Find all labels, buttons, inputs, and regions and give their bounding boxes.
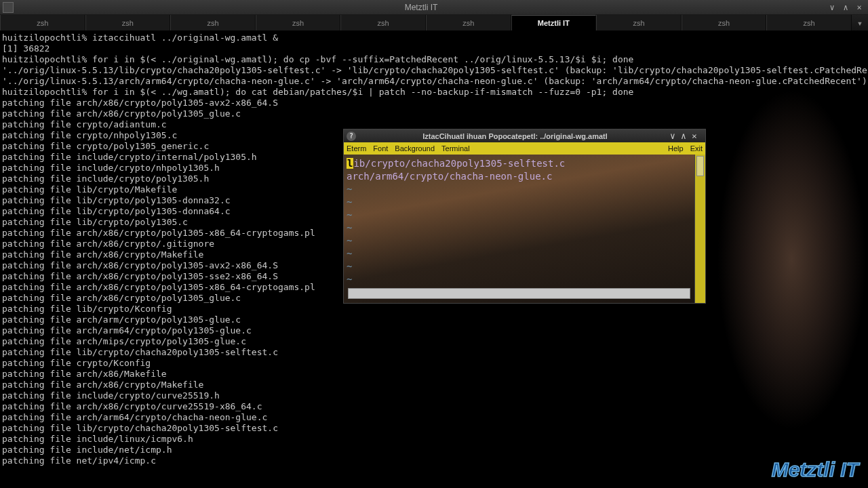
scrollbar-thumb[interactable] [696, 156, 704, 176]
terminal-line: patching file arch/x86/Makefile [2, 369, 868, 380]
terminal-line: patching file arch/x86/crypto/poly1305_g… [2, 108, 868, 119]
eterm-close-button[interactable]: × [692, 131, 703, 141]
tab-4[interactable]: zsh [340, 15, 426, 30]
eterm-scrollbar[interactable] [694, 155, 705, 303]
eterm-menubar: Eterm Font Background Terminal Help Exit [344, 142, 705, 155]
terminal-line: patching file lib/crypto/chacha20poly130… [2, 423, 868, 434]
terminal-line: patching file crypto/Kconfig [2, 358, 868, 369]
eterm-tilde: ~ [347, 235, 352, 246]
tab-6[interactable]: Metztli IT [511, 15, 597, 30]
terminal-line: huitzilopochtli% iztaccihuatl ../origina… [2, 33, 868, 43]
terminal-line: patching file arch/x86/crypto/poly1305-a… [2, 98, 868, 108]
tab-strip: zshzshzshzshzshzshMetztli ITzshzshzsh▾ [0, 15, 868, 31]
terminal-line: huitzilopochtli% for i in $(< ../origina… [2, 54, 868, 65]
tab-9[interactable]: zsh [766, 15, 852, 30]
terminal-line: [1] 36822 [2, 43, 868, 54]
window-title: Metztli IT [18, 3, 825, 12]
tab-add-button[interactable]: ▾ [852, 15, 868, 30]
eterm-content[interactable]: lib/crypto/chacha20poly1305-selftest.c a… [344, 155, 694, 303]
eterm-minimize-button[interactable]: ∨ [670, 131, 681, 141]
terminal-line: patching file include/crypto/curve25519.… [2, 390, 868, 401]
terminal-line: patching file net/ipv4/icmp.c [2, 455, 868, 466]
eterm-body[interactable]: lib/crypto/chacha20poly1305-selftest.c a… [344, 155, 705, 303]
eterm-tilde: ~ [347, 209, 352, 220]
maximize-button[interactable]: ∧ [840, 3, 852, 12]
eterm-titlebar[interactable]: ? IztacCihuatl ihuan Popocatepetl: ../or… [344, 129, 705, 142]
eterm-window[interactable]: ? IztacCihuatl ihuan Popocatepetl: ../or… [343, 129, 706, 304]
terminal-line: patching file arch/arm64/crypto/poly1305… [2, 325, 868, 336]
close-button[interactable]: × [853, 3, 865, 12]
menu-terminal[interactable]: Terminal [441, 144, 470, 152]
eterm-command-input[interactable] [348, 288, 690, 299]
terminal-line: patching file arch/x86/crypto/Makefile [2, 380, 868, 390]
menu-help[interactable]: Help [668, 144, 684, 152]
eterm-line-2: arch/arm64/crypto/chacha-neon-glue.c [347, 171, 552, 182]
terminal-line: huitzilopochtli% for i in $(< ../wg.amat… [2, 87, 868, 98]
menu-exit[interactable]: Exit [690, 144, 703, 152]
eterm-tilde: ~ [347, 248, 352, 259]
terminal-line: patching file include/net/icmp.h [2, 445, 868, 455]
terminal-line: patching file include/linux/icmpv6.h [2, 434, 868, 445]
terminal-line: patching file lib/crypto/Kconfig [2, 304, 868, 314]
terminal-line: '../orig/linux-5.5.13/lib/crypto/chacha2… [2, 65, 868, 76]
tab-0[interactable]: zsh [0, 15, 85, 30]
tab-8[interactable]: zsh [682, 15, 767, 30]
tab-1[interactable]: zsh [85, 15, 171, 30]
eterm-tilde: ~ [347, 274, 352, 285]
eterm-tilde: ~ [347, 222, 352, 233]
terminal-line: '../orig/linux-5.5.13/arch/arm64/crypto/… [2, 76, 868, 87]
eterm-line-1: ib/crypto/chacha20poly1305-selftest.c [353, 158, 565, 169]
app-icon [3, 2, 14, 13]
eterm-cursor: l [347, 158, 353, 169]
minimize-button[interactable]: ∨ [826, 3, 838, 12]
eterm-maximize-button[interactable]: ∧ [681, 131, 692, 141]
eterm-tilde: ~ [347, 261, 352, 272]
tab-2[interactable]: zsh [170, 15, 256, 30]
watermark-text: Metztli IT [772, 458, 859, 481]
menu-font[interactable]: Font [373, 144, 388, 152]
tab-5[interactable]: zsh [426, 15, 511, 30]
eterm-tilde: ~ [347, 184, 352, 195]
menu-background[interactable]: Background [395, 144, 435, 152]
main-titlebar: Metztli IT ∨ ∧ × [0, 0, 868, 15]
terminal-line: patching file arch/x86/crypto/curve25519… [2, 401, 868, 412]
menu-eterm[interactable]: Eterm [347, 144, 366, 152]
terminal-line: patching file arch/mips/crypto/poly1305-… [2, 336, 868, 347]
terminal-line: patching file arch/arm64/crypto/chacha-n… [2, 412, 868, 423]
tab-3[interactable]: zsh [256, 15, 341, 30]
terminal-line: patching file lib/crypto/chacha20poly130… [2, 347, 868, 358]
terminal-line: patching file arch/arm/crypto/poly1305-g… [2, 314, 868, 325]
help-icon[interactable]: ? [347, 131, 356, 141]
eterm-tilde: ~ [347, 197, 352, 207]
eterm-title: IztacCihuatl ihuan Popocatepetl: ../orig… [360, 132, 670, 140]
tab-7[interactable]: zsh [596, 15, 682, 30]
